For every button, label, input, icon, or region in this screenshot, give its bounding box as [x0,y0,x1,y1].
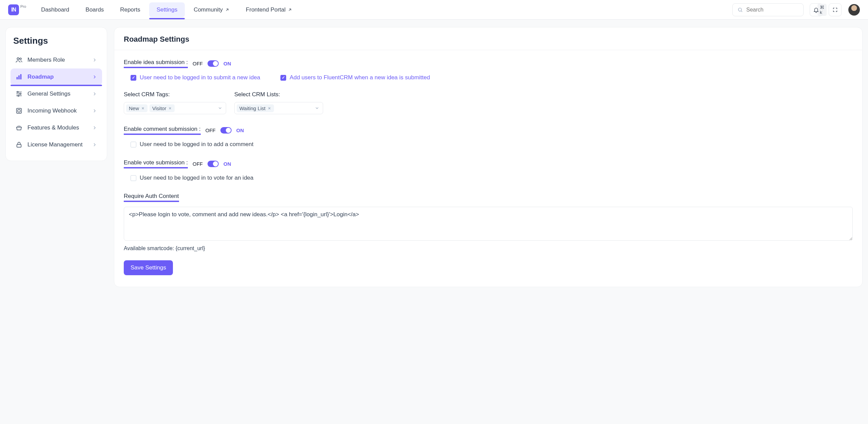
comment-login-required-checkbox[interactable]: User need to be logged in to add a comme… [131,141,853,148]
crm-lists-field: Select CRM Lists: Waiting List [234,81,323,114]
basket-icon [15,124,23,132]
vote-on-label: ON [223,161,231,167]
main-body: Enable idea submission : OFF ON ✓ User n… [114,50,862,287]
crm-tags-label: Select CRM Tags: [124,91,226,98]
nav-reports[interactable]: Reports [113,2,148,17]
external-link-icon [288,7,292,12]
chevron-right-icon [92,108,97,114]
crm-lists-label: Select CRM Lists: [234,91,323,98]
svg-point-6 [17,92,19,93]
sidebar-item-label: Features & Modules [27,124,79,131]
external-link-icon [225,7,230,12]
remove-tag-icon[interactable] [268,106,271,110]
nav-frontend-portal[interactable]: Frontend Portal [238,2,300,17]
idea-submission-row: Enable idea submission : OFF ON [124,59,853,68]
idea-submission-label: Enable idea submission : [124,59,188,68]
checkbox-label: User need to be logged in to vote for an… [140,175,254,181]
save-settings-button[interactable]: Save Settings [124,260,173,275]
tag-label: Visitor [152,105,166,111]
svg-point-7 [20,93,21,95]
page-body: Settings Members Role Roadmap General Se… [0,20,868,424]
sidebar-item-incoming-webhook[interactable]: Incoming Webhook [11,102,102,119]
settings-sidebar: Settings Members Role Roadmap General Se… [5,27,107,161]
idea-on-label: ON [223,61,231,66]
nav-boards[interactable]: Boards [78,2,111,17]
vote-submission-label: Enable vote submission : [124,159,188,168]
checkbox-icon [131,142,136,147]
nav-label: Dashboard [41,6,69,13]
tag-chip: New [126,104,147,112]
auth-content-label: Require Auth Content [124,193,179,202]
nav-label: Frontend Portal [246,6,285,13]
search-input[interactable] [746,7,814,13]
sidebar-title: Settings [11,34,102,52]
bell-icon [813,7,819,13]
idea-fluentcrm-checkbox[interactable]: ✓ Add users to FluentCRM when a new idea… [280,74,430,81]
svg-rect-4 [18,75,20,79]
search-box[interactable]: ⌘ k [732,3,804,16]
svg-rect-5 [20,74,22,80]
main-nav: Dashboard Boards Reports Settings Commun… [34,0,300,19]
chevron-down-icon [315,106,319,110]
chevron-right-icon [92,74,97,80]
sidebar-item-label: License Management [27,141,83,148]
vote-submission-toggle[interactable] [208,161,219,167]
sidebar-item-general-settings[interactable]: General Settings [11,85,102,102]
tag-label: New [129,105,139,111]
auth-smartcode-hint: Available smartcode: {current_url} [124,245,853,251]
expand-icon [832,7,838,13]
nav-label: Settings [157,6,177,13]
app-logo[interactable]: IN [8,4,19,15]
sidebar-item-label: General Settings [27,90,71,97]
idea-login-required-checkbox[interactable]: ✓ User need to be logged in to submit a … [131,74,260,81]
search-icon [737,7,743,13]
comment-submission-row: Enable comment submission : OFF ON [124,126,853,135]
svg-rect-10 [18,109,20,112]
svg-rect-11 [17,144,21,147]
nav-dashboard[interactable]: Dashboard [34,2,77,17]
svg-point-0 [738,8,742,11]
comment-submission-label: Enable comment submission : [124,126,201,135]
vote-off-label: OFF [193,161,203,167]
nav-settings[interactable]: Settings [149,2,185,17]
sidebar-item-license-management[interactable]: License Management [11,136,102,153]
checkbox-icon: ✓ [280,75,286,81]
main-panel: Roadmap Settings Enable idea submission … [114,27,863,287]
nav-community[interactable]: Community [186,2,237,17]
main-header: Roadmap Settings [114,27,862,50]
vote-login-required-checkbox[interactable]: User need to be logged in to vote for an… [131,175,853,181]
crm-tags-field: Select CRM Tags: New Visitor [124,81,226,114]
tag-chip: Waiting List [237,104,274,112]
sidebar-item-label: Members Role [27,57,65,63]
sidebar-item-label: Roadmap [27,74,54,80]
svg-rect-9 [17,108,22,114]
svg-point-1 [17,58,19,60]
user-avatar[interactable] [848,4,860,16]
nav-label: Boards [85,6,104,13]
idea-submission-toggle[interactable] [208,60,219,67]
sidebar-item-label: Incoming Webhook [27,107,77,114]
comment-submission-toggle[interactable] [220,127,232,134]
chart-bar-icon [15,73,23,81]
pro-badge: Pro [20,4,26,8]
chevron-down-icon [218,106,222,110]
nav-label: Community [194,6,223,13]
checkbox-icon: ✓ [131,75,136,81]
sidebar-item-roadmap[interactable]: Roadmap [11,68,102,85]
fullscreen-button[interactable] [829,3,842,16]
svg-rect-3 [17,77,18,79]
comment-on-label: ON [236,127,244,133]
lock-icon [15,141,23,148]
nav-label: Reports [120,6,140,13]
svg-point-2 [20,58,21,60]
notifications-button[interactable] [810,3,823,16]
crm-lists-select[interactable]: Waiting List [234,102,323,114]
remove-tag-icon[interactable] [168,106,172,110]
logo-wrap: IN Pro [8,4,27,15]
auth-content-textarea[interactable] [124,207,853,241]
sidebar-item-members-role[interactable]: Members Role [11,52,102,68]
sidebar-item-features-modules[interactable]: Features & Modules [11,119,102,136]
crm-tags-select[interactable]: New Visitor [124,102,226,114]
checkbox-icon [131,175,136,181]
remove-tag-icon[interactable] [141,106,145,110]
